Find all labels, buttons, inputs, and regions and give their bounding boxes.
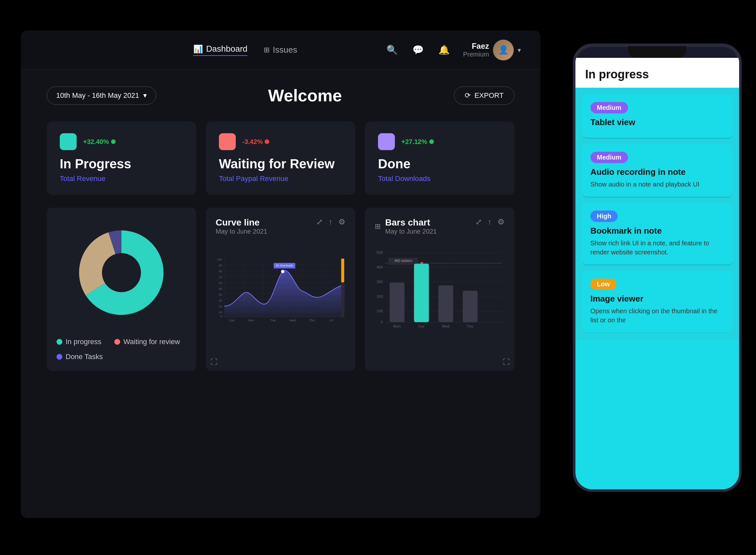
nav-issues[interactable]: ⊞ Issues: [264, 45, 297, 55]
badge-text-1: +32.40%: [83, 138, 109, 145]
y-label: 40: [219, 293, 222, 296]
card-header-3: +27.12%: [378, 133, 502, 150]
curve-chart-subtitle: May to June 2021: [216, 228, 267, 235]
legend-item-in-progress: In progress: [56, 338, 101, 346]
phone-header: In progress: [575, 58, 739, 88]
phone-card-title-3: Bookmark in note: [590, 226, 724, 236]
phone-card-3[interactable]: High Bookmark in note Show rich link UI …: [582, 203, 733, 265]
card-subtitle-1: Total Revenue: [60, 174, 183, 183]
user-name: Faez: [463, 42, 489, 51]
card-subtitle-2: Total Paypal Revenue: [219, 174, 342, 183]
badge-text-3: +27.12%: [401, 138, 427, 145]
y-label: 70: [219, 275, 222, 279]
notification-button[interactable]: 🔔: [437, 43, 452, 57]
date-range-label: 10th May - 16th May 2021: [56, 91, 139, 100]
phone-card-title-1: Tablet view: [590, 117, 724, 127]
y-label: 90: [219, 264, 222, 267]
badge-text-2: -3.42%: [242, 138, 263, 145]
y-label: 0: [221, 314, 222, 318]
bar-mon: [390, 283, 405, 322]
card-header-1: +32.40%: [60, 133, 183, 150]
pie-legend: In progress Waiting for review Done Task…: [56, 338, 186, 361]
date-picker[interactable]: 10th May - 16th May 2021 ▾: [47, 86, 156, 104]
phone-content: In progress Medium Tablet view Medium Au…: [575, 58, 739, 489]
settings-icon-bars[interactable]: ⚙: [498, 217, 505, 226]
bars-header-row: ⊞ Bars chart May to June 2021: [375, 217, 437, 235]
nav-dashboard[interactable]: 📊 Dashboard: [193, 44, 247, 56]
nav-dashboard-label: Dashboard: [206, 44, 247, 54]
phone-mockup: In progress Medium Tablet view Medium Au…: [573, 44, 742, 492]
bars-grid-icon: ⊞: [375, 222, 381, 231]
curve-line-card: Curve line May to June 2021 ⤢ ↑ ⚙: [206, 208, 355, 371]
nav-issues-label: Issues: [273, 45, 297, 55]
curve-chart-header: Curve line May to June 2021 ⤢ ↑ ⚙: [216, 217, 345, 235]
bars-chart-card: ⊞ Bars chart May to June 2021 ⤢ ↑ ⚙: [365, 208, 514, 371]
nav-center: 📊 Dashboard ⊞ Issues: [193, 44, 297, 56]
badge-dot-1: [111, 139, 115, 144]
bars-chart-titles: ⊞ Bars chart May to June 2021: [375, 217, 437, 235]
legend-label-waiting: Waiting for review: [124, 338, 180, 346]
user-plan: Premium: [463, 51, 489, 58]
phone-badge-4: Low: [590, 279, 616, 290]
bar-wed: [438, 285, 453, 322]
y-label-0: 0: [381, 320, 383, 324]
curve-chart-area: 100 90 80 70 60 50 40 30 20 10 0: [216, 242, 345, 352]
card-title-3: Done: [378, 157, 502, 171]
status-card-waiting[interactable]: -3.42% Waiting for Review Total Paypal R…: [206, 122, 355, 195]
legend-dot-waiting: [114, 339, 120, 345]
user-menu[interactable]: Faez Premium 👤 ▾: [463, 40, 521, 60]
upload-icon-bars[interactable]: ↑: [488, 217, 492, 226]
bars-svg: 500 400 300 200 100 0: [375, 242, 505, 342]
bars-title-block: Bars chart May to June 2021: [385, 217, 437, 235]
user-text: Faez Premium: [463, 42, 489, 58]
y-label-400: 400: [377, 265, 383, 269]
chevron-down-icon: ▾: [518, 46, 521, 54]
phone-card-1[interactable]: Medium Tablet view: [582, 94, 733, 139]
expand-icon-bars[interactable]: ⛶: [503, 358, 510, 366]
y-label-500: 500: [377, 251, 383, 255]
share-icon-bars[interactable]: ⤢: [475, 217, 482, 226]
search-button[interactable]: 🔍: [385, 43, 399, 57]
curve-annotation-text: 60 downloads: [276, 264, 293, 267]
page-title: Welcome: [268, 86, 342, 105]
card-color-in-progress: [60, 133, 77, 150]
bars-chart-header: ⊞ Bars chart May to June 2021 ⤢ ↑ ⚙: [375, 217, 505, 235]
card-title-1: In Progress: [60, 157, 183, 171]
chat-icon: 💬: [413, 45, 424, 55]
card-badge-3: +27.12%: [401, 138, 434, 145]
settings-icon[interactable]: ⚙: [338, 217, 345, 226]
x-label: Wed: [289, 319, 295, 322]
card-badge-2: -3.42%: [242, 138, 269, 145]
phone-badge-3: High: [590, 211, 618, 222]
card-color-waiting: [219, 133, 236, 150]
avatar-initials: 👤: [498, 45, 509, 55]
y-label: 30: [219, 299, 222, 302]
expand-icon[interactable]: ⛶: [210, 358, 218, 366]
pie-svg: [73, 224, 170, 322]
y-label: 20: [219, 305, 222, 308]
badge-dot-2: [265, 139, 269, 144]
curve-peak-dot: [281, 270, 284, 273]
curve-scrollbar-thumb: [341, 259, 344, 283]
chat-button[interactable]: 💬: [411, 43, 425, 57]
main-content: 10th May - 16th May 2021 ▾ Welcome ⟳ EXP…: [21, 70, 540, 387]
share-icon[interactable]: ⤢: [316, 217, 323, 226]
status-card-in-progress[interactable]: +32.40% In Progress Total Revenue: [47, 122, 196, 195]
nav-right: 🔍 💬 🔔 Faez Premium 👤 ▾: [385, 40, 521, 60]
y-label: 60: [219, 282, 222, 285]
export-button[interactable]: ⟳ EXPORT: [454, 86, 514, 104]
x-label-wed: Wed: [442, 324, 450, 328]
legend-label-in-progress: In progress: [65, 338, 101, 346]
legend-dot-in-progress: [56, 339, 62, 345]
phone-card-2[interactable]: Medium Audio recording in note Show audi…: [582, 144, 733, 198]
phone-card-4[interactable]: Low Image viewer Opens when clicking on …: [582, 271, 733, 333]
charts-row: In progress Waiting for review Done Task…: [47, 208, 514, 371]
chart-icon: 📊: [193, 45, 203, 54]
curve-svg: 100 90 80 70 60 50 40 30 20 10 0: [216, 242, 345, 342]
bell-icon: 🔔: [438, 45, 450, 55]
upload-icon[interactable]: ↑: [329, 217, 333, 226]
phone-title: In progress: [585, 68, 649, 81]
bars-chart-subtitle: May to June 2021: [385, 228, 437, 235]
avatar: 👤: [493, 40, 514, 60]
status-card-done[interactable]: +27.12% Done Total Downloads: [365, 122, 514, 195]
